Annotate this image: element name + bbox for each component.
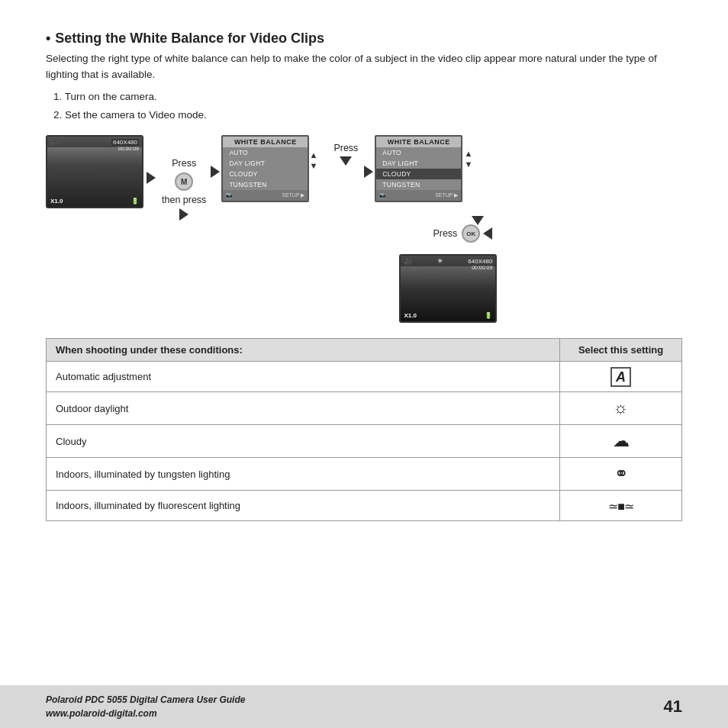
table-row: Outdoor daylight ☼ <box>47 392 682 425</box>
then-press-label: then press <box>162 195 206 205</box>
menu1-scroll: ▲ ▼ <box>309 150 317 170</box>
table-cell-icon-3: ☁ <box>560 425 682 458</box>
ok-btn-group: OK <box>462 222 492 245</box>
cloud-icon: ☁ <box>613 431 630 450</box>
press-block: Press M then press <box>143 135 209 221</box>
scroll-down-2: ▼ <box>464 159 472 169</box>
cam1-battery: 🔋 <box>131 198 139 205</box>
cam2-battery: 🔋 <box>485 312 492 319</box>
table-row: Automatic adjustment A <box>47 362 682 392</box>
press-ok-row: Press OK <box>433 222 492 245</box>
menu2-scroll: ▲ ▼ <box>464 149 472 169</box>
press-m-block: Press M then press <box>159 158 209 221</box>
press-label-1: Press <box>172 158 196 169</box>
tri-right-btn <box>179 208 188 221</box>
footer: Polaroid PDC 5055 Digital Camera User Gu… <box>0 685 728 728</box>
menu1-item-tungsten: TUNGSTEN <box>223 179 308 190</box>
fluor-icon: ≃■≃ <box>608 500 633 513</box>
steps: 1. Turn on the camera. 2. Set the camera… <box>46 88 682 125</box>
cam1-resolution: 640X480 <box>111 139 139 146</box>
page: • Setting the White Balance for Video Cl… <box>0 0 728 728</box>
sun-icon: ☼ <box>613 398 628 417</box>
menu2-header: WHITE BALANCE <box>376 137 461 147</box>
section-title: Setting the White Balance for Video Clip… <box>55 31 324 47</box>
menu2-setup: SETUP ▶ <box>435 192 458 198</box>
menu2-item-daylight: DAY LIGHT <box>376 158 461 169</box>
screen1-group: 🎥 640X480 00:00:09 X1.0 🔋 <box>46 135 143 208</box>
table-cell-icon-4: ⚭ <box>560 458 682 491</box>
cam1-mode-icon: 🎥 <box>50 138 59 146</box>
table-cell-icon-2: ☼ <box>560 392 682 425</box>
table-row: Indoors, illuminated by fluorescent ligh… <box>47 491 682 521</box>
menu2-cam-icon: 📷 <box>379 192 386 198</box>
footer-line2: www.polaroid-digital.com <box>46 707 245 720</box>
table-cell-condition-5: Indoors, illuminated by fluorescent ligh… <box>47 491 560 521</box>
tri-down-2 <box>472 216 484 225</box>
table-cell-icon-1: A <box>560 362 682 392</box>
cam2-zoom: X1.0 <box>404 312 416 319</box>
menu1-cam-icon: 📷 <box>226 192 233 198</box>
menu2-footer: 📷 SETUP ▶ <box>376 190 461 201</box>
step-1: 1. Turn on the camera. <box>53 88 682 106</box>
table-cell-icon-5: ≃■≃ <box>560 491 682 521</box>
press-down-row: Press WHITE BALANCE AUTO DAY LIGHT CLOUD… <box>333 135 462 208</box>
bullet-symbol: • <box>46 31 50 47</box>
camera-screen-1: 🎥 640X480 00:00:09 X1.0 🔋 <box>46 135 143 208</box>
intro-text: Selecting the right type of white balanc… <box>46 51 682 83</box>
footer-left: Polaroid PDC 5055 Digital Camera User Gu… <box>46 693 245 720</box>
right-section: Press WHITE BALANCE AUTO DAY LIGHT CLOUD… <box>333 135 497 323</box>
cam2-wb-icon: ✳ <box>437 257 443 265</box>
down-indicator <box>472 216 484 225</box>
table-row: Indoors, illuminated by tungsten lightin… <box>47 458 682 491</box>
arrow2 <box>209 135 221 208</box>
menu1-footer: 📷 SETUP ▶ <box>223 190 308 201</box>
press-label-2: Press <box>333 143 358 153</box>
bulb-icon: ⚭ <box>614 464 628 483</box>
menu1-item-auto: AUTO <box>223 147 308 158</box>
arrow1 <box>143 141 159 214</box>
table-cell-condition-4: Indoors, illuminated by tungsten lightin… <box>47 458 560 491</box>
scroll-down: ▼ <box>309 161 317 170</box>
press-down-block: Press <box>333 135 358 166</box>
scroll-up: ▲ <box>309 150 317 159</box>
white-balance-table: When shooting under these conditions: Se… <box>46 338 682 521</box>
cam2-mode-icon: 🎥 <box>404 257 412 265</box>
menu2-item-auto: AUTO <box>376 147 461 158</box>
page-number: 41 <box>664 697 682 717</box>
table-header-setting: Select this setting <box>560 339 682 362</box>
enter-arrow <box>483 227 492 240</box>
camera-screen-2: 🎥 ✳ 640X480 00:00:09 X1.0 🔋 <box>399 254 497 323</box>
arrow3 <box>362 135 375 208</box>
menu1-wrapper: WHITE BALANCE AUTO DAY LIGHT CLOUDY TUNG… <box>221 135 309 202</box>
auto-wb-icon: A <box>610 367 631 387</box>
menu2-wrapper: WHITE BALANCE AUTO DAY LIGHT CLOUDY TUNG… <box>375 135 462 202</box>
table-cell-condition-3: Cloudy <box>47 425 560 458</box>
scroll-up-2: ▲ <box>464 149 472 158</box>
menu1-item-daylight: DAY LIGHT <box>223 158 308 169</box>
tri-down-icon <box>340 156 352 166</box>
footer-line1: Polaroid PDC 5055 Digital Camera User Gu… <box>46 693 245 707</box>
menu2-item-cloudy: CLOUDY <box>376 169 461 179</box>
diagram: 🎥 640X480 00:00:09 X1.0 🔋 Press M then p… <box>46 135 682 323</box>
m-button[interactable]: M <box>175 172 193 191</box>
ok-button[interactable]: OK <box>462 224 480 243</box>
table-row: Cloudy ☁ <box>47 425 682 458</box>
menu2-item-tungsten: TUNGSTEN <box>376 179 461 190</box>
menu-box-1: WHITE BALANCE AUTO DAY LIGHT CLOUDY TUNG… <box>221 135 309 202</box>
menu1-setup: SETUP ▶ <box>282 192 304 198</box>
cam1-zoom: X1.0 <box>50 198 63 205</box>
press-ok-label: Press <box>433 228 457 239</box>
menu1-header: WHITE BALANCE <box>223 137 308 147</box>
menu1-item-cloudy: CLOUDY <box>223 169 308 179</box>
step-2: 2. Set the camera to Video mode. <box>53 106 682 124</box>
menu-box-2: WHITE BALANCE AUTO DAY LIGHT CLOUDY TUNG… <box>375 135 462 202</box>
screen2-group: 🎥 ✳ 640X480 00:00:09 X1.0 🔋 <box>399 254 497 323</box>
cam2-resolution: 640X480 <box>468 258 492 265</box>
table-cell-condition-1: Automatic adjustment <box>47 362 560 392</box>
table-cell-condition-2: Outdoor daylight <box>47 392 560 425</box>
table-header-condition: When shooting under these conditions: <box>47 339 560 362</box>
